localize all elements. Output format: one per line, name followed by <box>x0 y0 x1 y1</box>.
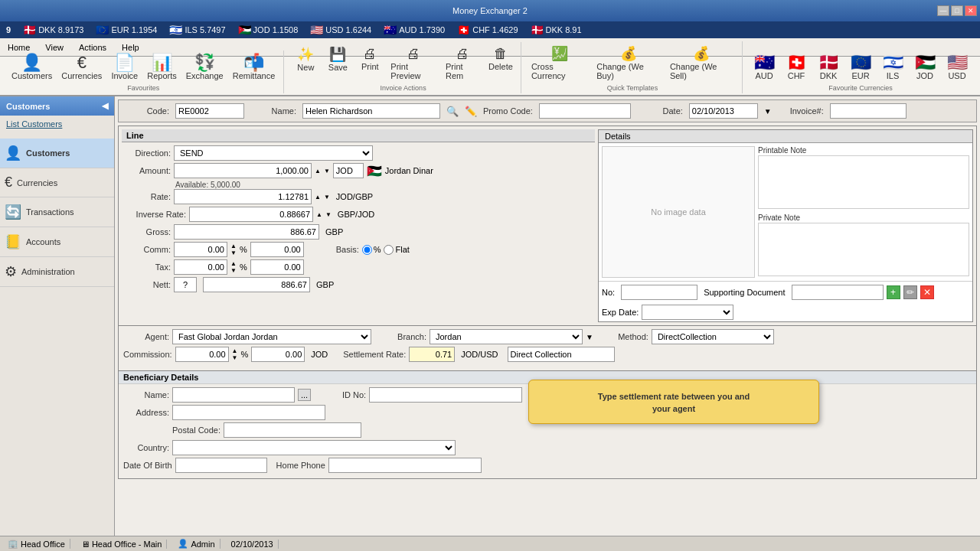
amount-input[interactable] <box>174 163 312 178</box>
branch-dropdown-icon[interactable]: ▼ <box>586 333 593 341</box>
search-icon[interactable]: 🔍 <box>446 106 459 117</box>
basis-flat-label[interactable]: Flat <box>384 245 409 255</box>
bene-country-select[interactable] <box>172 440 456 455</box>
amount-up-icon[interactable]: ▲ <box>315 168 321 174</box>
agent-select[interactable]: Fast Global Jordan Jordan <box>172 329 371 344</box>
private-note-input[interactable] <box>758 223 969 276</box>
usd-button[interactable]: 🇺🇸 USD <box>942 52 972 83</box>
minimize-button[interactable]: — <box>937 5 949 16</box>
invoice-button[interactable]: 📄 Invoice <box>107 52 142 83</box>
print-rem-button[interactable]: 🖨 Print Rem <box>442 44 484 83</box>
tax-input1[interactable] <box>174 259 227 275</box>
reports-button[interactable]: 📊 Reports <box>143 52 181 83</box>
commission-input2[interactable] <box>251 347 305 362</box>
currencies-button[interactable]: € Currencies <box>57 52 106 83</box>
basis-flat-radio[interactable] <box>384 245 394 255</box>
bene-address-input[interactable] <box>172 405 325 420</box>
invoice-right: Details No image data Printable Note <box>598 129 973 322</box>
branch-select[interactable]: Jordan <box>430 329 583 344</box>
inverse-rate-input[interactable] <box>189 207 313 222</box>
sidebar-nav-transactions[interactable]: 🔄 Transactions <box>0 197 114 227</box>
amount-down-icon[interactable]: ▼ <box>324 168 330 174</box>
direction-select[interactable]: SEND RECEIVE <box>174 145 373 161</box>
delete-button[interactable]: 🗑 Delete <box>485 44 516 83</box>
ticker-chf: 🇨🇭CHF 1.4629 <box>457 24 518 36</box>
cross-currency-button[interactable]: 💹 Cross Currency <box>528 43 591 83</box>
ils-button[interactable]: 🇮🇱 ILS <box>877 52 908 83</box>
nett-question-input[interactable] <box>174 277 197 292</box>
promo-code-input[interactable] <box>539 103 631 119</box>
sidebar-nav-customers[interactable]: 👤 Customers <box>0 139 114 168</box>
private-note-label: Private Note <box>758 214 969 222</box>
invoice-input[interactable] <box>830 103 906 119</box>
details-tab[interactable]: Details <box>599 130 972 143</box>
ticker-ils: 🇮🇱ILS 5.7497 <box>169 24 225 36</box>
chf-button[interactable]: 🇨🇭 CHF <box>781 52 812 83</box>
bene-postal-code-input[interactable] <box>224 422 361 438</box>
nett-input[interactable] <box>203 277 310 292</box>
dkk-button[interactable]: 🇩🇰 DKK <box>813 52 844 83</box>
building-icon: 🏢 <box>8 539 18 549</box>
sidebar-item-list-customers[interactable]: List Customers <box>0 116 114 132</box>
tax-input2[interactable] <box>250 259 304 275</box>
id-no-input[interactable] <box>369 387 522 403</box>
jod-button[interactable]: 🇯🇴 JOD <box>910 52 940 83</box>
close-button[interactable]: ✕ <box>965 5 977 16</box>
sidebar-nav-accounts[interactable]: 📒 Accounts <box>0 227 114 257</box>
bene-name-input[interactable] <box>172 387 295 403</box>
commission-input1[interactable] <box>175 347 229 362</box>
comm-input2[interactable] <box>250 242 304 257</box>
inverse-rate-up-icon[interactable]: ▲ <box>316 211 322 218</box>
supporting-doc-input[interactable] <box>792 285 884 300</box>
supporting-doc-edit-icon[interactable]: ✏ <box>903 285 917 299</box>
new-button[interactable]: ✨ New <box>290 44 321 83</box>
sidebar-collapse-icon[interactable]: ◀ <box>102 101 108 111</box>
settlement-rate-input[interactable] <box>409 347 455 362</box>
gross-input[interactable] <box>174 224 319 240</box>
invoice-label: Invoice#: <box>778 106 824 116</box>
customers-button[interactable]: 👤 Customers <box>8 52 56 83</box>
basis-pct-radio[interactable] <box>362 245 372 255</box>
code-input[interactable] <box>175 103 244 119</box>
exchange-button[interactable]: 💱 Exchange <box>182 52 227 83</box>
direct-collection-input[interactable] <box>508 347 615 362</box>
exp-date-select[interactable] <box>642 305 733 320</box>
comm-up-icon[interactable]: ▲▼ <box>230 243 237 256</box>
basis-pct-label[interactable]: % <box>362 245 381 255</box>
rate-up-icon[interactable]: ▲ <box>315 194 321 201</box>
bene-name-more-icon[interactable]: ... <box>298 389 311 401</box>
rate-down-icon[interactable]: ▼ <box>324 194 330 201</box>
print-button[interactable]: 🖨 Print <box>354 44 385 83</box>
remittance-button[interactable]: 📬 Remittance <box>229 52 279 83</box>
no-input[interactable] <box>621 285 697 300</box>
supporting-doc-delete-icon[interactable]: ✕ <box>920 285 934 299</box>
rate-input[interactable] <box>174 189 312 204</box>
bene-home-phone-input[interactable] <box>328 458 482 473</box>
tax-up-icon[interactable]: ▲▼ <box>230 260 237 274</box>
commission-up-icon[interactable]: ▲▼ <box>232 347 238 361</box>
name-input[interactable] <box>302 103 440 119</box>
ticker-jod: 🇯🇴JOD 1.1508 <box>238 24 299 36</box>
sidebar-nav-currencies[interactable]: € Currencies <box>0 168 114 197</box>
delete-icon: 🗑 <box>494 46 508 62</box>
maximize-button[interactable]: □ <box>951 5 963 16</box>
printable-note-input[interactable] <box>758 155 969 209</box>
method-select[interactable]: DirectCollection <box>652 329 774 344</box>
sidebar-nav-administration[interactable]: ⚙ Administration <box>0 257 114 287</box>
change-buy-button[interactable]: 💰 Change (We Buy) <box>593 43 665 83</box>
currency-code-input[interactable] <box>333 163 364 178</box>
save-button[interactable]: 💾 Save <box>322 44 353 83</box>
aud-button[interactable]: 🇦🇺 AUD <box>749 52 779 83</box>
date-input[interactable] <box>689 103 758 119</box>
print-preview-button[interactable]: 🖨 Print Preview <box>387 44 440 83</box>
comm-input1[interactable] <box>174 242 227 257</box>
inverse-rate-down-icon[interactable]: ▼ <box>325 211 332 218</box>
title-bar-controls[interactable]: — □ ✕ <box>937 5 977 16</box>
change-sell-button[interactable]: 💰 Change (We Sell) <box>666 43 737 83</box>
bene-dob-input[interactable] <box>175 458 267 473</box>
edit-icon[interactable]: ✏️ <box>465 106 477 117</box>
date-dropdown-icon[interactable]: ▼ <box>764 107 772 116</box>
remittance-label: Remittance <box>233 71 276 80</box>
supporting-doc-add-icon[interactable]: + <box>887 285 900 299</box>
eur-button[interactable]: 🇪🇺 EUR <box>845 52 876 83</box>
